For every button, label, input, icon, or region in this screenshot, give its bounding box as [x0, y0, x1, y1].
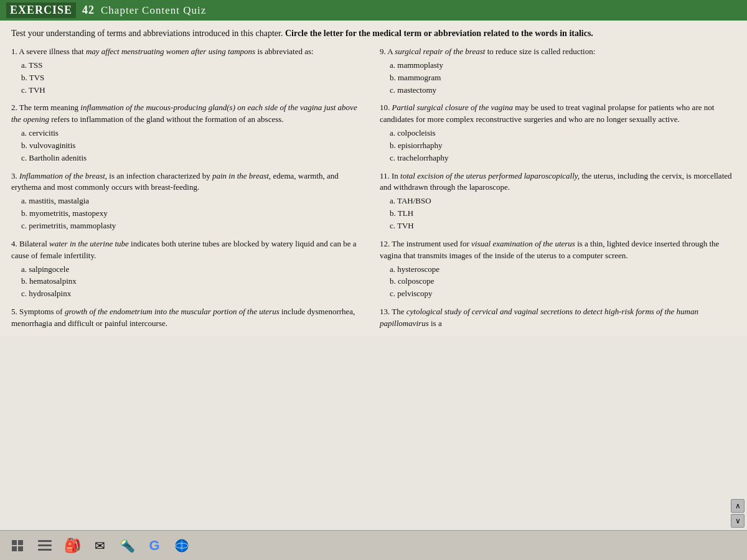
- question-3-answers: a. mastitis, mastalgia b. myometritis, m…: [11, 195, 367, 232]
- answer-9b: b. mammogram: [390, 72, 736, 84]
- exercise-number: 42: [82, 4, 95, 17]
- answer-3b: b. myometritis, mastopexy: [21, 208, 367, 220]
- answer-3a: a. mastitis, mastalgia: [21, 195, 367, 207]
- answer-11a: a. TAH/BSO: [390, 195, 736, 207]
- intro-text: Test your understanding of terms and abb…: [11, 27, 736, 40]
- left-column: 1. A severe illness that may affect mens…: [11, 46, 367, 336]
- question-12-answers: a. hysteroscope b. colposcope c. pelvisc…: [380, 264, 736, 301]
- taskbar-browser-icon[interactable]: [171, 534, 193, 557]
- answer-2b: b. vulvovaginitis: [21, 140, 367, 152]
- taskbar-bag-icon[interactable]: 🎒: [61, 534, 83, 557]
- answer-10a: a. colpocleisis: [390, 128, 736, 139]
- question-3: 3. Inflammation of the breast, is an inf…: [11, 170, 367, 232]
- question-2: 2. The term meaning inflammation of the …: [11, 102, 367, 164]
- question-10-text: 10. Partial surgical closure of the vagi…: [380, 102, 736, 126]
- answer-9a: a. mammoplasty: [390, 60, 736, 72]
- question-11: 11. In total excision of the uterus perf…: [380, 170, 736, 232]
- answer-12c: c. pelviscopy: [390, 288, 736, 300]
- answer-10c: c. trachelorrhaphy: [390, 152, 736, 164]
- answer-3c: c. perimetritis, mammoplasty: [21, 220, 367, 232]
- svg-rect-4: [38, 540, 52, 542]
- answer-2a: a. cervicitis: [21, 128, 367, 139]
- screen: EXERCISE 42 Chapter Content Quiz Test yo…: [0, 0, 747, 560]
- taskbar-windows-icon[interactable]: [6, 534, 29, 557]
- question-12: 12. The instrument used for visual exami…: [380, 238, 736, 300]
- scroll-arrows: ∧ ∨: [731, 499, 745, 528]
- question-5-text: 5. Symptoms of growth of the endometrium…: [11, 306, 367, 330]
- taskbar-google-icon[interactable]: G: [143, 534, 166, 557]
- answer-2c: c. Bartholin adenitis: [21, 152, 367, 164]
- taskbar-flashlight-icon[interactable]: 🔦: [116, 534, 138, 557]
- answer-9c: c. mastectomy: [390, 85, 736, 96]
- answer-1c: c. TVH: [21, 85, 367, 96]
- question-4: 4. Bilateral water in the uterine tube i…: [11, 238, 367, 300]
- svg-rect-5: [38, 544, 52, 546]
- header-bar: EXERCISE 42 Chapter Content Quiz: [0, 0, 747, 21]
- chapter-title: Chapter Content Quiz: [101, 4, 206, 17]
- question-4-answers: a. salpingocele b. hematosalpinx c. hydr…: [11, 264, 367, 301]
- question-2-answers: a. cervicitis b. vulvovaginitis c. Barth…: [11, 128, 367, 164]
- question-3-text: 3. Inflammation of the breast, is an inf…: [11, 170, 367, 194]
- question-5: 5. Symptoms of growth of the endometrium…: [11, 306, 367, 330]
- question-2-text: 2. The term meaning inflammation of the …: [11, 102, 367, 126]
- svg-rect-1: [18, 540, 23, 545]
- question-11-text: 11. In total excision of the uterus perf…: [380, 170, 736, 194]
- answer-4c: c. hydrosalpinx: [21, 288, 367, 300]
- question-1-answers: a. TSS b. TVS c. TVH: [11, 60, 367, 96]
- answer-12a: a. hysteroscope: [390, 264, 736, 276]
- question-10: 10. Partial surgical closure of the vagi…: [380, 102, 736, 164]
- svg-rect-6: [38, 549, 52, 551]
- answer-11c: c. TVH: [390, 220, 736, 232]
- svg-rect-3: [18, 546, 23, 551]
- answer-1b: b. TVS: [21, 72, 367, 84]
- answer-12b: b. colposcope: [390, 276, 736, 287]
- exercise-label: EXERCISE: [6, 2, 76, 18]
- svg-rect-0: [12, 540, 17, 545]
- taskbar-menu-icon[interactable]: [34, 534, 56, 557]
- answer-4a: a. salpingocele: [21, 264, 367, 276]
- question-13: 13. The cytological study of cervical an…: [380, 306, 736, 330]
- right-column: 9. A surgical repair of the breast to re…: [380, 46, 736, 336]
- answer-11b: b. TLH: [390, 208, 736, 220]
- question-1: 1. A severe illness that may affect mens…: [11, 46, 367, 96]
- question-9-answers: a. mammoplasty b. mammogram c. mastectom…: [380, 60, 736, 96]
- scroll-up-arrow[interactable]: ∧: [731, 499, 745, 513]
- svg-rect-2: [12, 546, 17, 551]
- questions-columns: 1. A severe illness that may affect mens…: [11, 46, 736, 336]
- question-9: 9. A surgical repair of the breast to re…: [380, 46, 736, 96]
- scroll-down-arrow[interactable]: ∨: [731, 514, 745, 528]
- taskbar: 🎒 ✉ 🔦 G: [0, 530, 747, 560]
- answer-1a: a. TSS: [21, 60, 367, 72]
- taskbar-email-icon[interactable]: ✉: [88, 534, 111, 557]
- question-1-text: 1. A severe illness that may affect mens…: [11, 46, 367, 58]
- question-9-text: 9. A surgical repair of the breast to re…: [380, 46, 736, 58]
- question-13-text: 13. The cytological study of cervical an…: [380, 306, 736, 330]
- content-area: Test your understanding of terms and abb…: [0, 21, 747, 336]
- answer-4b: b. hematosalpinx: [21, 276, 367, 287]
- question-4-text: 4. Bilateral water in the uterine tube i…: [11, 238, 367, 262]
- question-10-answers: a. colpocleisis b. episiorrhaphy c. trac…: [380, 128, 736, 164]
- answer-10b: b. episiorrhaphy: [390, 140, 736, 152]
- question-11-answers: a. TAH/BSO b. TLH c. TVH: [380, 195, 736, 232]
- question-12-text: 12. The instrument used for visual exami…: [380, 238, 736, 262]
